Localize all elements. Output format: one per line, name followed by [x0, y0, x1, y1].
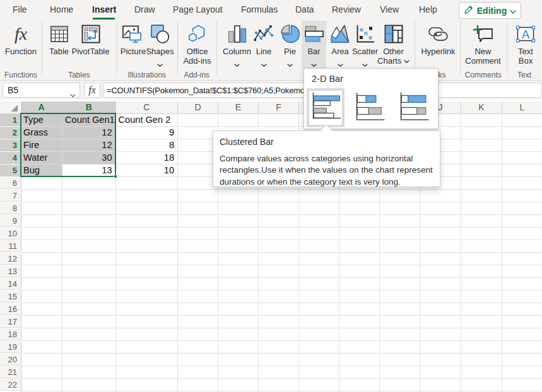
gridline [21, 189, 542, 190]
ribbon-button-label: Box [500, 56, 542, 66]
gridline [21, 391, 542, 391]
row-header-3[interactable]: 3 [0, 139, 21, 151]
column-header-K[interactable]: K [461, 101, 502, 113]
gridline [21, 252, 542, 253]
editing-mode-button[interactable]: Editing [459, 2, 521, 19]
menu-tab-page-layout[interactable]: Page Layout [173, 2, 223, 17]
row-header-18[interactable]: 18 [0, 328, 21, 340]
clustered-bar-icon[interactable] [307, 88, 345, 127]
row-header-8[interactable]: 8 [0, 202, 21, 214]
chevron-down-icon[interactable] [70, 89, 76, 100]
menu-tab-draw[interactable]: Draw [134, 2, 155, 17]
row-header-11[interactable]: 11 [0, 240, 21, 252]
row-header-12[interactable]: 12 [0, 253, 21, 265]
chrome-area: FileHomeInsertDrawPage LayoutFormulasDat… [0, 0, 542, 100]
gridline [21, 340, 542, 341]
clustered-bar-tooltip: Clustered Bar Compare values across cate… [213, 130, 440, 187]
chevron-down-icon[interactable] [157, 59, 163, 70]
column-header-A[interactable]: A [21, 101, 62, 113]
gridline [21, 328, 542, 328]
cell-C2[interactable]: 9 [116, 126, 175, 139]
chevron-down-icon [404, 56, 409, 66]
cell-C3[interactable]: 8 [116, 139, 175, 151]
office-add-ins-icon [187, 24, 208, 47]
name-box[interactable]: B5 [3, 83, 80, 98]
row-header-20[interactable]: 20 [0, 354, 21, 366]
menu-tab-review[interactable]: Review [332, 2, 361, 17]
gridline [21, 265, 542, 265]
column-header-D[interactable]: D [178, 101, 218, 113]
formula-bar: B5 fx =COUNTIFS(Pokemon_Data!$C$1:$C$760… [0, 81, 542, 100]
row-header-16[interactable]: 16 [0, 303, 21, 315]
column-header-E[interactable]: E [218, 101, 259, 113]
gridline [21, 239, 542, 240]
column-header-B[interactable]: B [62, 101, 116, 113]
row-header-7[interactable]: 7 [0, 190, 21, 202]
ribbon-button-label: Other [368, 47, 419, 56]
column-header-F[interactable]: F [259, 101, 299, 113]
gridline [21, 378, 542, 379]
selection-border [20, 113, 116, 177]
gridline [21, 366, 542, 366]
fill-handle[interactable] [114, 175, 117, 178]
row-header-19[interactable]: 19 [0, 341, 21, 353]
insert-function-button[interactable]: fx [84, 83, 100, 98]
menu-tab-insert[interactable]: Insert [92, 2, 116, 17]
row-header-9[interactable]: 9 [0, 215, 21, 227]
menu-tab-home[interactable]: Home [50, 2, 73, 17]
row-header-13[interactable]: 13 [0, 265, 21, 277]
hundred-percent-stacked-bar-icon[interactable] [399, 91, 431, 124]
pivot-table-icon [81, 25, 100, 46]
stacked-bar-icon[interactable] [355, 91, 387, 124]
gridline [21, 202, 542, 202]
row-header-21[interactable]: 21 [0, 366, 21, 378]
excel-web-app: FileHomeInsertDrawPage LayoutFormulasDat… [0, 0, 542, 392]
text-box-icon: A [515, 25, 536, 45]
row-header-15[interactable]: 15 [0, 291, 21, 303]
cell-C1[interactable]: Count Gen 2 [119, 113, 171, 126]
gridline [21, 290, 542, 291]
ribbon-button-label: Charts [368, 56, 419, 66]
row-header-22[interactable]: 22 [0, 379, 21, 391]
gridline [21, 227, 542, 228]
menu-tab-file[interactable]: File [13, 2, 27, 17]
menu-tab-formulas[interactable]: Formulas [241, 2, 278, 17]
cell-C4[interactable]: 18 [116, 151, 175, 164]
column-header-L[interactable]: L [502, 101, 542, 113]
gridline [177, 113, 178, 392]
column-header-C[interactable]: C [116, 101, 179, 113]
name-box-value: B5 [8, 85, 18, 95]
tooltip-body: Compare values across categories using h… [220, 153, 437, 188]
shapes-icon [151, 25, 170, 46]
formula-text: =COUNTIFS(Pokemon_Data!$C$1:$C$760;A5;Po… [107, 86, 309, 95]
row-header-14[interactable]: 14 [0, 278, 21, 290]
row-header-4[interactable]: 4 [0, 152, 21, 164]
menu-tab-help[interactable]: Help [419, 2, 437, 17]
ribbon-button-label: Hyperlink [413, 47, 464, 56]
select-all-corner[interactable] [0, 101, 20, 113]
bar-chart-dropdown: 2-D Bar [303, 68, 439, 129]
ribbon-button-text-box[interactable]: ATextBox [500, 20, 542, 80]
row-header-5[interactable]: 5 [0, 164, 21, 176]
fx-icon: fx [88, 84, 96, 95]
cell-C5[interactable]: 10 [116, 164, 175, 176]
row-header-2[interactable]: 2 [0, 127, 21, 139]
pencil-icon [464, 4, 474, 17]
hyperlink-icon [428, 27, 448, 43]
new-comment-icon [473, 25, 494, 46]
menu-tab-view[interactable]: View [380, 2, 399, 17]
svg-text:fx: fx [15, 25, 28, 43]
ribbon: FunctionsfxFunctionTablesTablePivotTable… [0, 20, 542, 80]
svg-text:A: A [522, 28, 530, 41]
menu-tab-data[interactable]: Data [295, 2, 314, 17]
gridline [21, 353, 542, 354]
row-header-10[interactable]: 10 [0, 228, 21, 239]
gridline [21, 303, 542, 303]
row-header-6[interactable]: 6 [0, 177, 21, 189]
row-header-17[interactable]: 17 [0, 316, 21, 328]
row-header-1[interactable]: 1 [0, 114, 21, 126]
other-charts-icon [384, 25, 403, 46]
tooltip-title: Clustered Bar [220, 137, 274, 147]
gridline [502, 113, 502, 392]
gridline [461, 113, 461, 392]
